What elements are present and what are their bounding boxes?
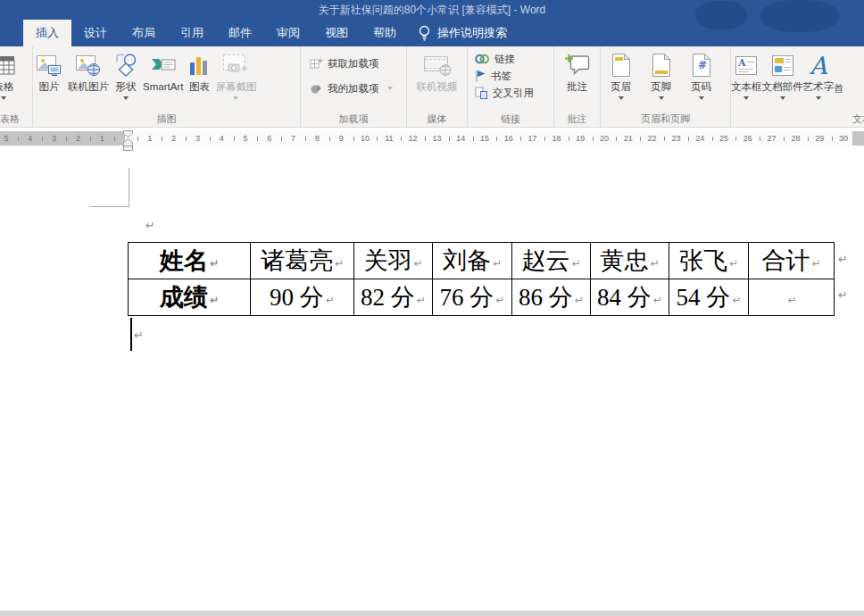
smartart-button[interactable]: SmartArt <box>140 48 186 94</box>
online-pictures-button[interactable]: 联机图片 <box>65 48 112 94</box>
ruler-tick <box>162 137 162 141</box>
ruler-tick <box>90 137 91 141</box>
row-end-mark: ↵ <box>838 289 848 301</box>
shapes-button[interactable]: 形状 <box>112 48 140 100</box>
text-cursor <box>130 318 132 351</box>
ruler-number: 2 <box>171 134 176 143</box>
cell-name-4[interactable]: 赵云↵ <box>512 243 591 279</box>
table-button[interactable]: 表格 <box>0 48 29 100</box>
cell-score-4[interactable]: 86 分↵ <box>512 279 591 316</box>
ruler-tick <box>401 137 402 141</box>
cell-end-mark: ↵ <box>787 294 796 306</box>
group-label-text: 文本 <box>844 113 864 125</box>
chart-button[interactable]: 图表 <box>186 48 212 94</box>
ruler-number: 1 <box>100 134 104 143</box>
cell-score-1[interactable]: 90 分↵ <box>251 279 354 316</box>
tab-view[interactable]: 视图 <box>312 20 361 46</box>
footer-button[interactable]: 页脚 <box>641 48 681 100</box>
ruler-number: 14 <box>456 134 465 143</box>
ruler-tick <box>377 137 378 141</box>
ruler-right-margin <box>852 131 864 146</box>
cell-end-mark: ↵ <box>653 294 662 306</box>
ruler-tick <box>281 137 282 141</box>
picture-button[interactable]: 图片 <box>33 48 65 94</box>
ruler-tick <box>210 137 211 141</box>
text-box-button[interactable]: A 文本框 <box>731 48 762 100</box>
window-title: 关于新社保问题的80个小常识 [兼容模式] - Word <box>0 0 864 20</box>
row-end-mark: ↵ <box>838 254 848 265</box>
dropdown-arrow-icon <box>387 87 393 90</box>
cross-reference-button[interactable]: 交叉引用 <box>474 86 534 100</box>
cell-end-mark: ↵ <box>210 257 219 270</box>
ruler-number: 16 <box>504 134 513 143</box>
cell-score-5[interactable]: 84 分↵ <box>591 279 669 316</box>
bookmark-button[interactable]: 书签 <box>474 69 511 83</box>
svg-text:A: A <box>809 52 828 79</box>
page-number-icon: # <box>691 50 712 80</box>
cell-total-value[interactable]: ↵ <box>749 279 835 316</box>
ribbon-group-table: 表格 表格 <box>0 46 33 127</box>
ruler-number: 5 <box>243 134 247 143</box>
lightbulb-icon <box>418 25 431 42</box>
ruler-tick <box>664 137 665 141</box>
wordart-button[interactable]: A 艺术字 <box>803 48 835 100</box>
header-icon <box>611 50 632 80</box>
tab-review[interactable]: 审阅 <box>264 20 312 46</box>
ribbon-group-illustrations: 图片 联机图片 <box>33 46 301 127</box>
comment-button[interactable]: 批注 <box>564 48 591 94</box>
ruler-number: 11 <box>385 134 393 143</box>
tab-design[interactable]: 设计 <box>71 20 120 46</box>
header-button[interactable]: 页眉 <box>601 48 641 100</box>
tab-insert[interactable]: 插入 <box>23 20 71 46</box>
left-indent-marker[interactable] <box>123 146 133 151</box>
cell-end-mark: ↵ <box>210 294 219 306</box>
ruler-number: 3 <box>52 134 56 143</box>
tab-help[interactable]: 帮助 <box>361 20 409 46</box>
comment-icon <box>564 50 591 80</box>
group-label-links: 链接 <box>468 113 553 125</box>
ruler-number: 2 <box>76 134 80 143</box>
cell-name-3[interactable]: 刘备↵ <box>433 243 512 279</box>
tab-mailings[interactable]: 邮件 <box>216 20 264 46</box>
ruler-tick <box>520 137 521 141</box>
svg-text:#: # <box>698 59 707 71</box>
ribbon-group-media: 联机视频 媒体 <box>407 46 468 127</box>
ruler-tick <box>735 137 736 141</box>
ruler-number: 9 <box>339 134 344 143</box>
document-page[interactable]: ↵ 姓名↵ 诸葛亮↵ 关羽↵ 刘备↵ 赵云↵ 黄忠↵ 张飞↵ 合计↵ 成绩↵ 9… <box>0 148 864 611</box>
cell-end-mark: ↵ <box>335 257 344 270</box>
cell-name-header[interactable]: 姓名↵ <box>129 243 251 279</box>
quick-parts-button[interactable]: 文档部件 <box>762 48 803 100</box>
group-label-addins: 加载项 <box>301 113 406 125</box>
dropdown-arrow-icon <box>619 96 624 100</box>
ruler-number: 5 <box>4 134 8 143</box>
tab-references[interactable]: 引用 <box>168 20 216 46</box>
ruler-tick <box>353 137 354 141</box>
ruler-tick <box>593 137 594 141</box>
cell-score-6[interactable]: 54 分↵ <box>669 279 749 316</box>
cell-total-header[interactable]: 合计↵ <box>749 243 835 279</box>
ruler-tick <box>425 137 426 141</box>
cell-name-2[interactable]: 关羽↵ <box>354 243 433 279</box>
cell-score-2[interactable]: 82 分↵ <box>354 279 433 316</box>
tab-layout[interactable]: 布局 <box>120 20 168 46</box>
online-pictures-icon <box>75 50 102 80</box>
tell-me-search[interactable]: 操作说明搜索 <box>418 20 507 46</box>
ribbon-group-addins: 获取加载项 我的加载项 加载项 <box>301 46 407 127</box>
ruler-tick <box>18 137 19 141</box>
cell-name-1[interactable]: 诸葛亮↵ <box>251 243 354 279</box>
cell-score-3[interactable]: 76 分↵ <box>433 279 512 316</box>
link-button[interactable]: 链接 <box>474 52 515 66</box>
ruler-tick <box>784 137 785 141</box>
shapes-icon <box>114 50 137 80</box>
footer-icon <box>651 50 672 80</box>
get-addins-icon <box>309 56 323 71</box>
ribbon-group-header-footer: 页眉 页脚 # <box>601 46 731 127</box>
ribbon-group-text: A 文本框 文档部件 <box>731 46 864 127</box>
ruler-number: 24 <box>695 134 704 143</box>
cell-score-header[interactable]: 成绩↵ <box>129 279 251 316</box>
page-number-button[interactable]: # 页码 <box>681 48 721 100</box>
dropcap-button-partial[interactable]: 首 <box>834 48 852 96</box>
cell-name-5[interactable]: 黄忠↵ <box>591 243 669 279</box>
cell-name-6[interactable]: 张飞↵ <box>669 243 749 279</box>
